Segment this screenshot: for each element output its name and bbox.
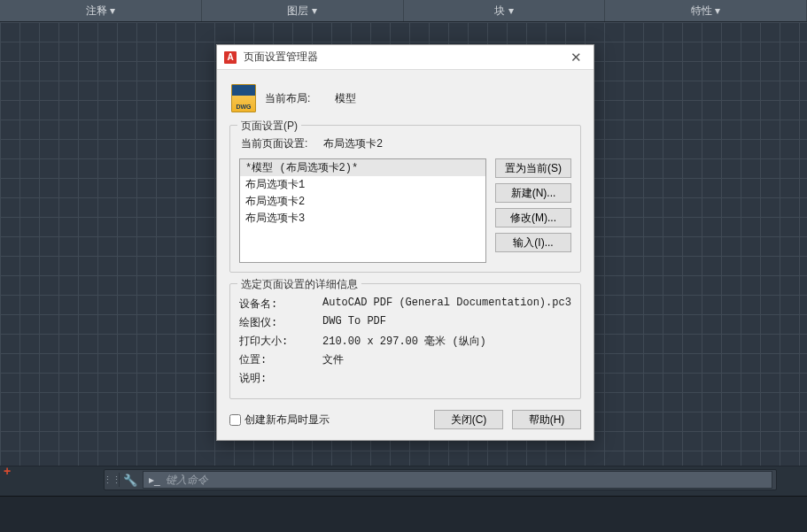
toolbar-tab-properties[interactable]: 特性 ▾ [605, 0, 807, 21]
toolbar-tab-label: 块 ▾ [494, 4, 513, 19]
dialog-title: 页面设置管理器 [244, 50, 318, 65]
page-setup-groupbox: 页面设置(P) 当前页面设置: 布局选项卡2 *模型 (布局选项卡2)*布局选项… [229, 125, 581, 273]
command-bar: ⋮⋮ 🔧 ▸_ 键入命令 [104, 469, 777, 490]
page-setup-legend: 页面设置(P) [237, 119, 301, 134]
set-current-button[interactable]: 置为当前(S) [495, 158, 571, 178]
detail-row-desc: 说明: [239, 371, 571, 386]
detail-groupbox: 选定页面设置的详细信息 设备名: AutoCAD PDF (General Do… [229, 283, 581, 399]
autocad-app-icon: A [224, 51, 237, 64]
toolbar-tab-blocks[interactable]: 块 ▾ [404, 0, 606, 21]
detail-row-device: 设备名: AutoCAD PDF (General Documentation)… [239, 297, 571, 312]
dialog-footer: 创建新布局时显示 关闭(C) 帮助(H) [229, 410, 581, 429]
current-page-setup-row: 当前页面设置: 布局选项卡2 [241, 136, 571, 151]
page-setup-listbox[interactable]: *模型 (布局选项卡2)*布局选项卡1布局选项卡2布局选项卡3 [239, 158, 486, 263]
bottom-gutter [0, 496, 807, 532]
show-on-new-layout-input[interactable] [229, 414, 241, 426]
current-layout-label: 当前布局: [265, 91, 310, 106]
detail-row-size: 打印大小: 210.00 x 297.00 毫米 (纵向) [239, 334, 571, 349]
detail-desc-value [322, 371, 571, 386]
current-page-setup-label: 当前页面设置: [241, 136, 307, 151]
command-placeholder: 键入命令 [166, 473, 208, 488]
page-setup-list-item[interactable]: 布局选项卡1 [240, 176, 485, 193]
modify-button[interactable]: 修改(M)... [495, 208, 571, 227]
close-icon[interactable]: ✕ [565, 47, 586, 68]
detail-where-label: 位置: [239, 352, 315, 367]
command-input[interactable]: ▸_ 键入命令 [143, 471, 772, 489]
toolbar-tab-annotation[interactable]: 注释 ▾ [0, 0, 202, 21]
detail-where-value: 文件 [322, 352, 571, 367]
dialog-body: DWG 当前布局: 模型 页面设置(P) 当前页面设置: 布局选项卡2 *模型 … [217, 70, 594, 440]
new-button[interactable]: 新建(N)... [495, 183, 571, 203]
customize-icon[interactable]: 🔧 [120, 474, 141, 487]
top-toolbar: 注释 ▾ 图层 ▾ 块 ▾ 特性 ▾ [0, 0, 807, 21]
current-layout-row: DWG 当前布局: 模型 [231, 84, 581, 112]
detail-device-value: AutoCAD PDF (General Documentation).pc3 [322, 297, 571, 312]
detail-size-value: 210.00 x 297.00 毫米 (纵向) [322, 334, 571, 349]
detail-desc-label: 说明: [239, 371, 315, 386]
detail-plotter-value: DWG To PDF [322, 315, 571, 330]
detail-size-label: 打印大小: [239, 334, 315, 349]
close-button[interactable]: 关闭(C) [434, 410, 503, 429]
crosshair-icon: + [4, 464, 11, 478]
prompt-icon: ▸_ [149, 474, 160, 486]
page-setup-manager-dialog: A 页面设置管理器 ✕ DWG 当前布局: 模型 页面设置(P) 当前页面设置:… [216, 44, 594, 441]
dialog-titlebar[interactable]: A 页面设置管理器 ✕ [217, 45, 594, 70]
grip-icon[interactable]: ⋮⋮ [105, 470, 119, 490]
current-layout-value: 模型 [335, 91, 356, 106]
detail-device-label: 设备名: [239, 297, 315, 312]
import-button[interactable]: 输入(I)... [495, 233, 571, 252]
detail-row-plotter: 绘图仪: DWG To PDF [239, 315, 571, 330]
toolbar-tab-label: 图层 ▾ [287, 4, 316, 19]
help-button[interactable]: 帮助(H) [512, 410, 581, 429]
show-on-new-layout-checkbox[interactable]: 创建新布局时显示 [229, 412, 330, 428]
toolbar-tab-label: 注释 ▾ [86, 4, 115, 19]
current-page-setup-value: 布局选项卡2 [323, 136, 383, 151]
show-on-new-layout-label: 创建新布局时显示 [244, 412, 330, 428]
toolbar-tab-label: 特性 ▾ [691, 4, 720, 19]
page-setup-list-item[interactable]: 布局选项卡2 [240, 193, 485, 210]
toolbar-tab-layers[interactable]: 图层 ▾ [202, 0, 404, 21]
detail-row-where: 位置: 文件 [239, 352, 571, 367]
detail-legend: 选定页面设置的详细信息 [237, 277, 361, 292]
page-setup-list-item[interactable]: *模型 (布局选项卡2)* [240, 159, 485, 176]
detail-plotter-label: 绘图仪: [239, 315, 315, 330]
dwg-file-icon: DWG [231, 84, 256, 112]
page-setup-list-item[interactable]: 布局选项卡3 [240, 210, 485, 227]
